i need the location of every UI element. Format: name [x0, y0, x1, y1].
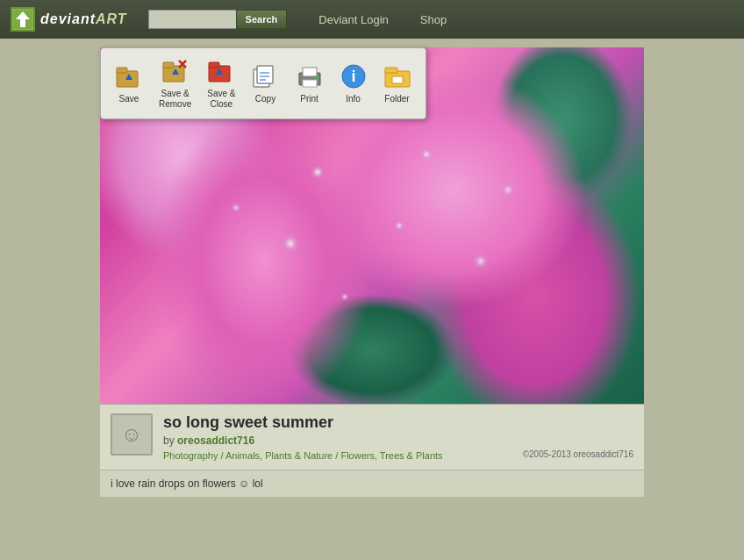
svg-rect-19	[303, 68, 317, 76]
svg-rect-3	[117, 68, 127, 73]
nav-links: Deviant Login Shop	[318, 13, 447, 26]
copy-icon	[252, 62, 280, 90]
save-label: Save	[119, 94, 140, 104]
breadcrumb-nature[interactable]: Animals, Plants & Nature	[225, 450, 333, 461]
svg-rect-25	[385, 68, 397, 73]
comment-section: i love rain drops on flowers ☺ lol	[100, 470, 644, 497]
title-info: so long sweet summer by oreosaddict716 P…	[163, 413, 512, 461]
toolbar-folder[interactable]: Folder	[378, 59, 417, 108]
breadcrumb-flowers[interactable]: Flowers, Trees & Plants	[340, 450, 442, 461]
save-close-icon	[207, 57, 235, 85]
save-remove-label: Save &Remove	[159, 89, 191, 110]
nav-deviant-login[interactable]: Deviant Login	[318, 13, 389, 26]
print-label: Print	[300, 94, 318, 104]
comment-suffix: lol	[253, 477, 263, 490]
author-link[interactable]: oreosaddict716	[177, 434, 254, 447]
svg-point-21	[315, 75, 318, 79]
folder-label: Folder	[384, 94, 409, 104]
header: deviantART Search Deviant Login Shop	[0, 0, 744, 39]
breadcrumb: Photography / Animals, Plants & Nature /…	[163, 450, 512, 461]
toolbar-print[interactable]: Print	[290, 59, 329, 108]
info-section: ☺ so long sweet summer by oreosaddict716…	[100, 404, 644, 470]
folder-icon	[383, 62, 411, 90]
search-area: Search	[148, 10, 288, 29]
avatar: ☺	[111, 413, 153, 456]
search-button[interactable]: Search	[236, 10, 288, 29]
print-icon	[296, 62, 324, 90]
toolbar-save[interactable]: Save	[110, 59, 148, 108]
save-close-label: Save &Close	[207, 89, 235, 110]
svg-text:i: i	[351, 68, 355, 85]
comment-emoji: ☺	[239, 477, 249, 490]
avatar-icon: ☺	[121, 422, 143, 447]
content-wrapper: Save Save &Remove	[100, 47, 644, 497]
svg-rect-6	[163, 62, 174, 68]
image-container: Save Save &Remove	[100, 47, 644, 404]
info-label: Info	[346, 94, 361, 104]
breadcrumb-photography[interactable]: Photography	[163, 450, 218, 461]
search-input[interactable]	[148, 10, 236, 29]
by-line: by oreosaddict716	[163, 434, 512, 447]
info-icon: i	[340, 62, 368, 90]
main-area: Save Save &Remove	[0, 39, 744, 506]
artwork-title: so long sweet summer	[163, 413, 512, 432]
toolbar-info[interactable]: i Info	[334, 59, 373, 108]
comment-text: i love rain drops on flowers	[111, 477, 236, 490]
save-icon	[115, 62, 143, 90]
toolbar-copy[interactable]: Copy	[247, 59, 285, 108]
copyright-text: ©2005-2013 oreosaddict716	[523, 449, 633, 461]
logo-text: deviantART	[40, 11, 127, 27]
svg-rect-26	[392, 76, 403, 83]
toolbar-save-close[interactable]: Save &Close	[202, 54, 240, 113]
save-remove-icon	[161, 57, 190, 85]
logo-area: deviantART	[11, 7, 127, 32]
deviantart-logo-icon	[11, 7, 35, 32]
svg-rect-11	[209, 62, 219, 68]
copy-label: Copy	[255, 94, 275, 104]
svg-rect-14	[257, 66, 273, 83]
toolbar-save-remove[interactable]: Save &Remove	[154, 54, 197, 113]
svg-rect-20	[303, 80, 317, 87]
nav-shop[interactable]: Shop	[420, 13, 447, 26]
toolbar-popup: Save Save &Remove	[100, 47, 426, 119]
